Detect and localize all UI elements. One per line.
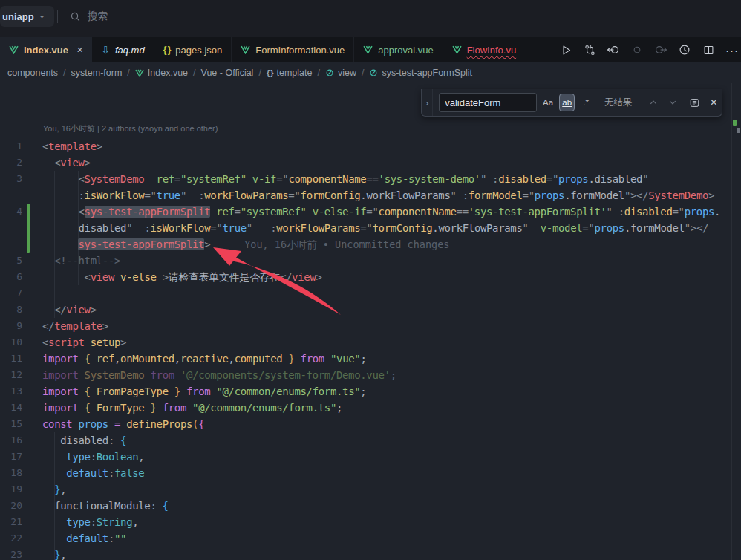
whole-word-button[interactable]: ab	[559, 94, 575, 111]
code-line[interactable]: },	[42, 547, 66, 560]
previous-match-button[interactable]	[646, 94, 662, 111]
code-line[interactable]: </view>	[42, 302, 97, 318]
code-line[interactable]: <view v-else >请检查表单文件是否存在</view>	[42, 269, 321, 285]
code-line[interactable]: },	[42, 481, 66, 498]
find-expand-toggle[interactable]: ›	[422, 89, 433, 116]
code-line[interactable]: default:""	[42, 530, 126, 547]
code-line[interactable]: disabled" :isWorkFlow="true" :workFlowPa…	[42, 220, 708, 236]
code-line[interactable]: const props = defineProps({	[42, 416, 204, 432]
code-line[interactable]: sys-test-appFormSplit>You, 16小时前 • Uncom…	[42, 236, 449, 253]
code-line[interactable]: <SystemDemo ref="systemRef" v-if="compon…	[42, 171, 648, 187]
ruler-mark	[737, 128, 740, 133]
find-input-box[interactable]	[439, 93, 537, 112]
code-line[interactable]: <view>	[42, 154, 91, 171]
next-match-button[interactable]	[665, 94, 681, 111]
code-line[interactable]: disabled: {	[42, 432, 126, 449]
find-widget: › Aa ab .* 无结果 ✕	[421, 89, 722, 117]
code-line[interactable]: default:false	[42, 465, 144, 481]
code-line[interactable]: import { ref,onMounted,reactive,computed…	[42, 351, 367, 367]
inline-blame: You, 16小时前 • Uncommitted changes	[244, 238, 449, 250]
code-line[interactable]: import { FromPageType } from "@/common/e…	[42, 383, 366, 400]
find-input[interactable]	[440, 97, 536, 108]
code-line[interactable]: import { FormType } from "@/common/enums…	[42, 400, 342, 416]
find-results: 无结果	[604, 97, 643, 109]
code-line[interactable]: type:Boolean,	[42, 449, 144, 465]
code-line[interactable]: <template>	[42, 138, 102, 154]
match-case-button[interactable]: Aa	[540, 94, 556, 111]
close-icon[interactable]: ✕	[705, 94, 722, 111]
code-line[interactable]: :isWorkFlow="true" :workFlowParams="form…	[42, 187, 714, 204]
overview-ruler-border	[731, 83, 732, 560]
code-line[interactable]: type:String,	[42, 514, 138, 530]
code-line[interactable]: functionalModule: {	[42, 498, 169, 514]
find-in-selection-icon[interactable]	[687, 94, 703, 111]
code-area[interactable]: <template> <view> <SystemDemo ref="syste…	[0, 0, 731, 560]
ruler-mark-added	[733, 120, 737, 126]
code-line[interactable]: import SystemDemo from '@/components/sys…	[42, 367, 396, 383]
code-line[interactable]: <!--html-->	[42, 253, 120, 269]
code-line[interactable]: <sys-test-appFormSplit ref="systemRef" v…	[42, 204, 720, 220]
code-line[interactable]: </template>	[42, 318, 108, 334]
code-line[interactable]: <script setup>	[42, 334, 126, 351]
regex-button[interactable]: .*	[578, 94, 594, 111]
editor[interactable]: You, 16小时前 | 2 authors (yaoyn and one ot…	[0, 83, 741, 560]
